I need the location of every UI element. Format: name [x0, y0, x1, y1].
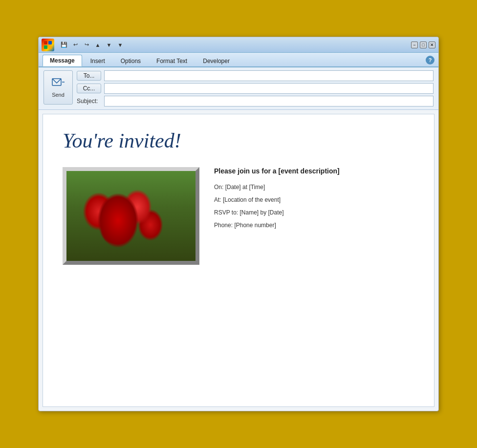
tab-insert[interactable]: Insert: [83, 55, 112, 66]
to-button[interactable]: To...: [77, 71, 101, 81]
cc-row: Cc...: [77, 83, 434, 94]
send-icon: [51, 77, 65, 90]
content-row: Please join us for a [event description]…: [63, 167, 414, 265]
window-controls: − □ ✕: [411, 42, 435, 48]
event-image-frame: [63, 167, 199, 265]
at-label: At:: [214, 196, 221, 203]
at-value: [Location of the event]: [223, 196, 281, 203]
tab-message[interactable]: Message: [43, 55, 82, 66]
event-details: Please join us for a [event description]…: [214, 167, 414, 234]
event-line-3: Phone: [Phone number]: [214, 221, 414, 230]
cc-button[interactable]: Cc...: [77, 84, 101, 93]
maximize-btn[interactable]: □: [420, 42, 427, 48]
to-input[interactable]: [104, 70, 434, 81]
rsvp-label: RSVP to:: [214, 209, 239, 216]
help-button[interactable]: ?: [426, 56, 434, 64]
outlook-window: 💾 ↩ ↪ ▲ ▼ ▼ − □ ✕ Message Insert Options…: [38, 37, 439, 411]
phone-label: Phone:: [214, 222, 234, 229]
minimize-btn[interactable]: −: [411, 42, 418, 48]
to-row: To...: [77, 70, 434, 81]
send-button[interactable]: Send: [43, 70, 73, 105]
email-body: You're invited! Please join us for a [ev…: [43, 114, 434, 407]
svg-rect-2: [44, 45, 47, 49]
svg-rect-0: [44, 41, 47, 44]
close-btn[interactable]: ✕: [429, 42, 435, 48]
event-heading: Please join us for a [event description]: [214, 167, 414, 175]
event-line-1: At: [Location of the event]: [214, 195, 414, 204]
event-line-0: On: [Date] at [Time]: [214, 183, 414, 192]
redo-btn[interactable]: ↪: [82, 40, 91, 50]
up-btn[interactable]: ▲: [93, 40, 103, 50]
on-value: [Date] at [Time]: [225, 184, 265, 191]
send-label: Send: [52, 92, 65, 98]
subject-label: Subject:: [77, 97, 101, 106]
cc-input[interactable]: [104, 83, 434, 94]
tab-options[interactable]: Options: [113, 55, 148, 66]
email-fields: To... Cc... Subject:: [77, 70, 434, 107]
undo-btn[interactable]: ↩: [70, 40, 80, 50]
tab-format-text[interactable]: Format Text: [149, 55, 195, 66]
svg-rect-1: [48, 41, 52, 44]
down-btn[interactable]: ▼: [104, 40, 114, 50]
quick-access-toolbar: 💾 ↩ ↪ ▲ ▼ ▼: [59, 40, 125, 50]
rsvp-value: [Name] by [Date]: [239, 209, 283, 216]
svg-rect-3: [48, 45, 52, 49]
event-line-2: RSVP to: [Name] by [Date]: [214, 208, 414, 217]
office-logo: [42, 39, 54, 51]
subject-row: Subject:: [77, 96, 434, 107]
ribbon-tabs: Message Insert Options Format Text Devel…: [39, 53, 438, 67]
save-quickaccess-btn[interactable]: 💾: [59, 40, 69, 50]
tab-developer[interactable]: Developer: [195, 55, 237, 66]
phone-value: [Phone number]: [234, 222, 276, 229]
more-btn[interactable]: ▼: [115, 40, 125, 50]
email-header: Send To... Cc... Subject:: [39, 67, 438, 110]
title-bar: 💾 ↩ ↪ ▲ ▼ ▼ − □ ✕: [39, 37, 438, 53]
on-label: On:: [214, 184, 223, 191]
invited-title: You're invited!: [63, 129, 414, 152]
subject-input[interactable]: [104, 96, 434, 107]
flower-image: [66, 171, 195, 261]
